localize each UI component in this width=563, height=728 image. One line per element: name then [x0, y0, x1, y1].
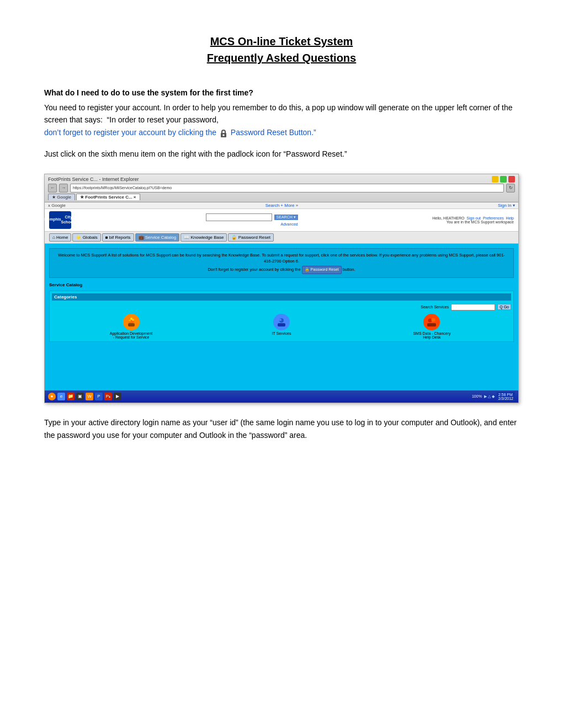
zoom-level: 100% — [472, 394, 482, 398]
signin-link[interactable]: Sign In ▾ — [498, 203, 515, 208]
logo-text-line2: City Schools — [61, 215, 76, 224]
answer-1-blue-section: don’t forget to register your account by… — [44, 126, 519, 139]
nav-service-catalog[interactable]: 💼 Service Catalog — [135, 233, 180, 242]
service-label-2: IT Services — [272, 331, 291, 335]
mcs-header: Memphis City Schools SEARCH ▾ Advanced — [45, 209, 518, 232]
answer-2-text: Type in your active directory login name… — [44, 416, 519, 443]
folder-icon[interactable]: 📁 — [67, 393, 75, 400]
powerpoint-icon[interactable]: P — [95, 393, 103, 400]
address-bar[interactable]: https://footprints/MRcgs/MilServiceCatal… — [70, 184, 504, 192]
mcs-search-button[interactable]: SEARCH ▾ — [274, 215, 298, 220]
mcs-search-area: SEARCH ▾ Advanced — [206, 213, 298, 226]
mcs-nav: ⌂ Home ⭐ Globals ■ bif Reports 💼 Service… — [45, 232, 518, 244]
page-container: MCS On-line Ticket System Frequently Ask… — [44, 33, 519, 442]
nav-globals[interactable]: ⭐ Globals — [72, 233, 100, 242]
svg-point-8 — [279, 319, 282, 321]
service-category-3[interactable]: SMS Data - Chancery Help Desk — [410, 314, 454, 339]
mcs-register-row: Don't forget to register your account by… — [55, 266, 508, 274]
maximize-button[interactable] — [500, 176, 507, 183]
blue-spacer — [49, 342, 514, 386]
mcs-welcome-text: Welcome to MCS Support! A list of soluti… — [55, 252, 508, 265]
faq-section-1: What do I need to do to use the system f… — [44, 88, 519, 160]
page-title: MCS On-line Ticket System Frequently Ask… — [44, 33, 519, 66]
service-catalog-label: Service Catalog — [49, 282, 514, 287]
blue-text-part2: Password Reset Button.” — [231, 128, 316, 137]
svg-rect-6 — [128, 323, 135, 326]
refresh-button[interactable]: ↻ — [506, 184, 515, 192]
service-icon-3 — [423, 314, 440, 330]
service-label-3: SMS Data - Chancery Help Desk — [410, 331, 454, 339]
question-1: What do I need to do to use the system f… — [44, 88, 519, 97]
start-orb[interactable]: ● — [48, 393, 56, 400]
bottom-answer-section: Type in your active directory login name… — [44, 416, 519, 443]
windows-icon[interactable]: ▣ — [76, 393, 84, 400]
window-buttons — [492, 176, 515, 183]
clock-display: 2:58 PM 2/3/2012 — [497, 392, 515, 401]
browser-titlebar-area: FootPrints Service C... - Internet Explo… — [45, 174, 518, 202]
svg-rect-9 — [278, 323, 285, 326]
nav-password-reset[interactable]: 🔒 Password Reset — [228, 233, 273, 242]
svg-rect-12 — [427, 323, 436, 326]
answer-1-part1: You need to register your account. In or… — [44, 101, 519, 126]
taskbar-icons-area: ▶ △ ◆ — [484, 394, 495, 399]
google-bar: x Google Search + More » Sign In ▾ — [45, 202, 518, 209]
taskbar-left: ● e 📁 ▣ W P P₂ ▶ — [48, 393, 121, 400]
nav-knowledge-base[interactable]: 📖 Knowledge Base — [180, 233, 227, 242]
categories-header: Categories — [52, 293, 511, 301]
just-click-text: Just click on the sixth menu item on the… — [44, 148, 519, 160]
service-category-2[interactable]: IT Services — [272, 314, 291, 339]
svg-rect-1 — [222, 135, 224, 136]
nav-home[interactable]: ⌂ Home — [49, 233, 71, 242]
word-icon[interactable]: W — [86, 393, 93, 400]
mcs-logo: Memphis City Schools — [49, 211, 71, 229]
forward-button[interactable]: → — [59, 184, 68, 192]
svg-point-10 — [428, 318, 432, 322]
svg-point-5 — [130, 318, 132, 320]
nav-reports[interactable]: ■ bif Reports — [102, 233, 134, 242]
mcs-content-area: Welcome to MCS Support! A list of soluti… — [45, 244, 518, 390]
blue-text-part1: don’t forget to register your account by… — [44, 128, 216, 137]
tab-footprints[interactable]: ★ FootPrints Service C... × — [76, 194, 140, 200]
service-category-1[interactable]: Application Development - Request for Se… — [109, 314, 153, 339]
mcs-page: Memphis City Schools SEARCH ▾ Advanced — [45, 209, 518, 403]
ie-icon[interactable]: e — [57, 393, 65, 400]
sign-out-link[interactable]: Sign out — [466, 216, 481, 220]
tab-google[interactable]: ★ Google — [48, 194, 75, 200]
clock-date: 2/3/2012 — [498, 397, 513, 400]
taskbar-right: 100% ▶ △ ◆ 2:58 PM 2/3/2012 — [472, 392, 515, 401]
advanced-search-link[interactable]: Advanced — [281, 222, 298, 226]
preferences-link[interactable]: Preferences — [483, 216, 504, 220]
service-icon-2 — [273, 314, 290, 330]
password-reset-small-button[interactable]: 🔒 Password Reset — [302, 266, 342, 274]
svg-point-11 — [432, 318, 435, 322]
logo-text-line1: Memphis — [44, 217, 61, 222]
title-line2: Frequently Asked Questions — [207, 52, 356, 64]
service-label-1: Application Development - Request for Se… — [109, 331, 153, 339]
padlock-icon-inline — [220, 127, 227, 139]
mcs-welcome-box: Welcome to MCS Support! A list of soluti… — [49, 248, 514, 278]
minimize-button[interactable] — [492, 176, 498, 183]
close-button[interactable] — [508, 176, 515, 183]
browser-taskbar: ● e 📁 ▣ W P P₂ ▶ 100% ▶ △ ◆ 2:58 PM 2/3/… — [45, 390, 518, 403]
service-icon-1 — [123, 314, 140, 330]
tabs-bar: ★ Google ★ FootPrints Service C... × — [48, 194, 515, 200]
browser-screenshot: FootPrints Service C... - Internet Explo… — [44, 174, 519, 403]
browser-title: FootPrints Service C... - Internet Explo… — [48, 176, 139, 182]
svg-point-3 — [129, 319, 131, 322]
back-button[interactable]: ← — [48, 184, 57, 192]
search-services-input[interactable] — [451, 304, 495, 311]
mcs-search-input[interactable] — [206, 213, 272, 221]
title-line1: MCS On-line Ticket System — [210, 35, 353, 47]
categories-section: Categories Search Services Q Go — [49, 291, 514, 342]
search-more[interactable]: Search + More » — [265, 203, 298, 208]
go-button[interactable]: Q Go — [497, 304, 511, 310]
clock-time: 2:58 PM — [498, 393, 513, 397]
help-link[interactable]: Help — [506, 216, 514, 220]
publisher-icon[interactable]: P₂ — [104, 393, 112, 400]
workspace-text: You are in the MCS Support workspace — [432, 220, 514, 224]
media-icon[interactable]: ▶ — [114, 393, 121, 400]
google-bar-text: x Google — [48, 203, 66, 208]
service-categories-grid: Application Development - Request for Se… — [52, 314, 511, 339]
browser-navbar: ← → https://footprints/MRcgs/MilServiceC… — [48, 184, 515, 192]
search-services-row: Search Services Q Go — [52, 304, 511, 311]
